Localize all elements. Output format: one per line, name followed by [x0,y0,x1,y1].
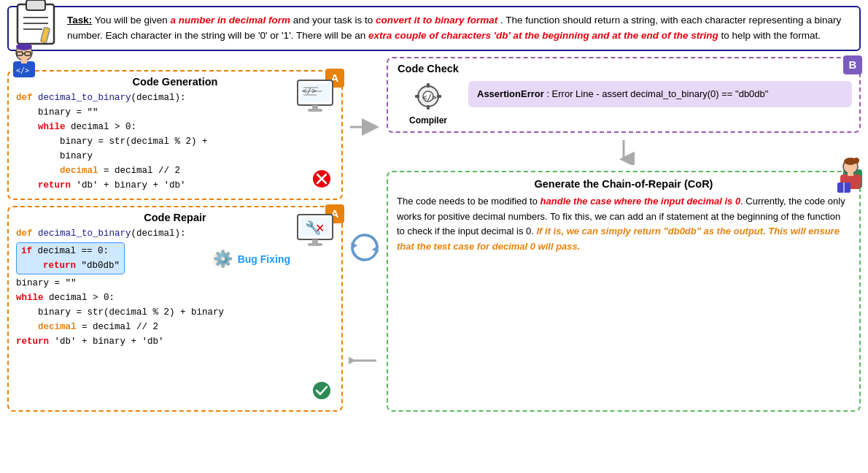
task-text4: to help with the format. [721,30,821,41]
left-column: </> Code Generation A </> [7,57,343,412]
svg-rect-1 [26,0,45,10]
arrow-left-bottom [349,350,381,374]
code-gen-box: Code Generation A </> [7,70,343,200]
code-gen-code: def decimal_to_binary(decimal): binary =… [16,91,334,193]
cor-box: C Generate the Chain- [387,171,861,412]
svg-text:</>: </> [422,93,437,102]
error-type: AssertionError [477,88,544,99]
svg-rect-30 [312,239,318,243]
task-italic1: a number in decimal form [171,15,290,26]
error-status-icon [312,169,331,191]
code-monitor-icon: </> [296,79,334,117]
cor-italic1: handle the case where the input decimal … [540,196,741,207]
main-content: </> Code Generation A </> [0,55,868,413]
svg-rect-44 [437,95,441,98]
down-arrow-right [387,139,861,165]
task-italic3: extra couple of characters 'db' at the b… [368,30,718,41]
task-box: Task: You will be given a number in deci… [7,6,861,51]
success-status-icon [312,381,331,403]
code-gen-title: Code Generation [16,76,334,88]
error-text: : Error Line - assert decimal_to_binary(… [546,88,768,99]
svg-rect-22 [308,109,322,112]
svg-text:</>: </> [302,86,317,96]
svg-rect-43 [415,95,419,98]
task-text2: and your task is to [293,15,376,26]
refresh-cycle-icon [346,229,383,269]
middle-arrows-column [343,57,387,412]
code-check-title: Code Check [398,63,459,74]
cor-text1: The code needs to be modified to [397,196,540,207]
task-italic2: convert it to binary format [376,15,497,26]
svg-point-34 [313,382,330,399]
svg-point-49 [853,158,859,164]
svg-rect-21 [312,105,318,109]
wrench-tool-icon: 🔧 ✕ [296,213,334,251]
code-check-badge: B [843,55,862,74]
code-check-box: B Code Check </> Compiler [387,57,861,133]
svg-text:⚙️: ⚙️ [213,249,233,269]
task-text1: You will be given [95,15,171,26]
svg-rect-41 [427,83,430,88]
right-column: B Code Check </> Compiler [387,57,861,412]
reader-person-icon [833,158,868,201]
compiler-area: Code Check </> Compiler [395,63,461,126]
svg-rect-42 [427,105,430,109]
svg-text:✕: ✕ [315,222,325,234]
code-repair-code: def decimal_to_binary(decimal): if decim… [16,226,334,349]
code-repair-title: Code Repair [16,212,334,223]
svg-text:</>: </> [16,66,29,74]
arrow-right-top [349,116,381,141]
svg-rect-53 [848,173,853,176]
coder-icon: </> [6,44,42,87]
code-repair-box: Code Repair A 🔧 ✕ ⚙️ [7,206,343,412]
svg-rect-31 [308,243,322,246]
bug-fixing-area: ⚙️ Bug Fixing [210,247,290,271]
error-box: AssertionError : Error Line - assert dec… [468,81,852,107]
bug-fixing-label: Bug Fixing [238,253,290,265]
task-label: Task: [67,15,92,26]
cor-text: The code needs to be modified to handle … [397,194,850,255]
compiler-label: Compiler [409,115,447,126]
cor-title: Generate the Chain-of-Repair (CoR) [397,178,850,190]
svg-rect-14 [21,60,27,64]
